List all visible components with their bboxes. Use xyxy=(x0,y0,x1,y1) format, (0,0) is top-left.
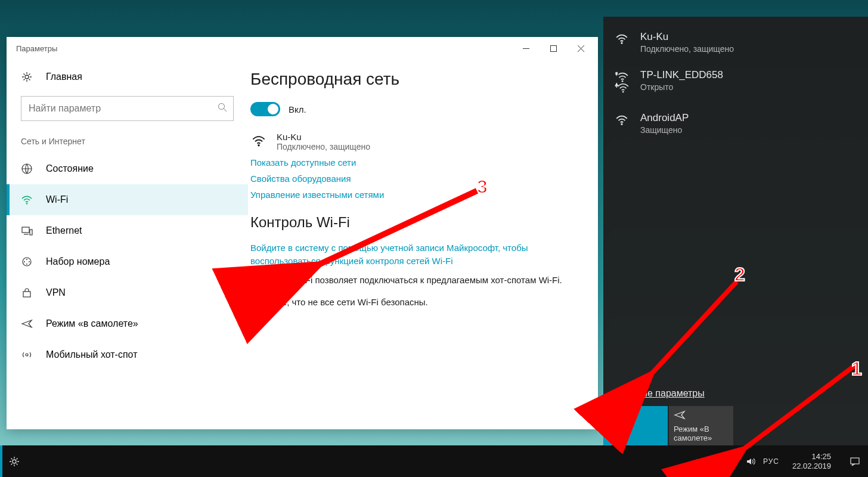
settings-sidebar: Главная Сеть и Интернет Состояние Wi-Fi … xyxy=(7,60,248,429)
sidebar-item-label: Набор номера xyxy=(46,256,110,267)
sidebar-item-label: Ethernet xyxy=(46,225,82,236)
battery-icon[interactable] xyxy=(709,456,720,467)
sidebar-item-label: VPN xyxy=(46,287,66,298)
tile-airplane[interactable]: Режим «В самолете» xyxy=(669,406,733,445)
svg-point-26 xyxy=(732,464,733,465)
svg-rect-0 xyxy=(550,46,556,52)
tile-wifi[interactable]: Wi-Fi xyxy=(603,406,668,445)
network-flyout: Ku-Ku Подключено, защищено TP-LINK_EDD65… xyxy=(603,17,868,445)
tray-overflow-icon[interactable] xyxy=(692,456,702,467)
tray-wifi-icon[interactable] xyxy=(727,456,738,467)
volume-icon[interactable] xyxy=(745,456,756,467)
language-indicator[interactable]: РУС xyxy=(763,457,779,466)
quick-action-tiles: Wi-Fi Режим «В самолете» xyxy=(603,406,868,445)
wifi-toggle[interactable] xyxy=(250,102,280,116)
link-manage-known[interactable]: Управление известными сетями xyxy=(250,190,569,200)
action-center-icon[interactable] xyxy=(844,445,866,477)
wifi-sense-desc1: Контроль Wi-Fi позволяет подключаться к … xyxy=(250,274,569,287)
vpn-icon xyxy=(21,287,34,299)
svg-point-9 xyxy=(24,261,25,262)
svg-point-1 xyxy=(25,75,29,79)
svg-point-22 xyxy=(13,460,16,463)
sidebar-item-label: Мобильный хот-спот xyxy=(46,349,137,360)
connected-network-status: Подключено, защищено xyxy=(277,142,370,151)
network-item[interactable]: TP-LINK_EDD658 Открыто xyxy=(603,61,868,104)
wifi-sense-desc2: Помните, что не все сети Wi-Fi безопасны… xyxy=(250,296,569,309)
clock-date: 22.02.2019 xyxy=(792,461,831,471)
tile-label: Wi-Fi xyxy=(608,433,663,443)
wifi-icon xyxy=(614,112,631,129)
network-status: Открыто xyxy=(640,82,723,92)
globe-icon xyxy=(21,163,34,175)
network-status: Подключено, защищено xyxy=(640,44,734,54)
settings-content: Беспроводная сеть Вкл. Ku-Ku Подключено,… xyxy=(248,60,598,429)
svg-rect-25 xyxy=(711,460,717,462)
svg-point-8 xyxy=(26,259,27,260)
minimize-button[interactable] xyxy=(512,39,540,58)
sidebar-item-label: Состояние xyxy=(46,163,94,174)
wifi-icon xyxy=(250,134,267,150)
annotation-number-2: 2 xyxy=(734,264,745,286)
settings-window: Параметры Главная Сеть и Интернет Состоя… xyxy=(7,37,598,429)
svg-rect-19 xyxy=(616,86,618,88)
network-name: TP-LINK_EDD658 xyxy=(640,69,723,81)
dialup-icon xyxy=(21,256,34,268)
network-item[interactable]: Ku-Ku Подключено, защищено xyxy=(603,23,868,61)
svg-rect-27 xyxy=(851,458,859,464)
svg-rect-5 xyxy=(22,227,29,233)
svg-rect-12 xyxy=(23,292,30,297)
gear-icon xyxy=(21,71,34,83)
search-icon xyxy=(218,103,227,114)
link-hardware-props[interactable]: Свойства оборудования xyxy=(250,174,569,184)
close-button[interactable] xyxy=(567,39,594,58)
system-tray: РУС 14:25 22.02.2019 xyxy=(692,445,868,477)
sidebar-item-vpn[interactable]: VPN xyxy=(7,277,248,308)
svg-point-10 xyxy=(29,261,30,262)
wifi-sense-heading: Контроль Wi-Fi xyxy=(250,214,569,231)
annotation-number-3: 3 xyxy=(477,176,488,198)
search-field[interactable] xyxy=(27,103,218,114)
sidebar-section-head: Сеть и Интернет xyxy=(7,134,248,153)
svg-point-20 xyxy=(621,123,622,125)
ethernet-icon xyxy=(21,225,34,237)
sidebar-home[interactable]: Главная xyxy=(7,67,248,91)
network-settings-link[interactable]: Сетевые параметры xyxy=(603,383,868,406)
svg-point-18 xyxy=(622,91,624,93)
wifi-open-icon xyxy=(614,69,631,97)
svg-point-15 xyxy=(621,42,622,44)
link-show-networks[interactable]: Показать доступные сети xyxy=(250,157,569,168)
tile-label: Режим «В самолете» xyxy=(674,425,728,443)
wifi-toggle-label: Вкл. xyxy=(289,104,306,114)
svg-point-14 xyxy=(258,144,259,146)
sidebar-item-label: Режим «в самолете» xyxy=(46,318,138,329)
search-input[interactable] xyxy=(21,96,234,121)
svg-point-2 xyxy=(219,104,225,110)
connected-network-name: Ku-Ku xyxy=(277,132,370,142)
svg-point-11 xyxy=(26,264,27,265)
window-title: Параметры xyxy=(16,44,57,53)
sidebar-item-wifi[interactable]: Wi-Fi xyxy=(7,184,248,215)
hotspot-icon xyxy=(21,349,34,361)
taskbar: РУС 14:25 22.02.2019 xyxy=(0,445,868,477)
sidebar-item-label: Wi-Fi xyxy=(46,194,68,205)
svg-point-13 xyxy=(26,354,28,356)
annotation-number-1: 1 xyxy=(851,358,862,380)
sidebar-item-status[interactable]: Состояние xyxy=(7,153,248,184)
sidebar-item-airplane[interactable]: Режим «в самолете» xyxy=(7,308,248,339)
svg-point-4 xyxy=(26,203,27,204)
link-signin-ms[interactable]: Войдите в систему с помощью учетной запи… xyxy=(250,241,569,268)
svg-point-21 xyxy=(613,418,615,420)
start-gear-icon[interactable] xyxy=(2,445,26,477)
sidebar-item-hotspot[interactable]: Мобильный хот-спот xyxy=(7,339,248,370)
sidebar-item-ethernet[interactable]: Ethernet xyxy=(7,215,248,246)
network-status: Защищено xyxy=(640,125,689,135)
clock[interactable]: 14:25 22.02.2019 xyxy=(786,452,837,470)
window-title-bar: Параметры xyxy=(7,37,598,60)
svg-rect-6 xyxy=(30,230,32,235)
clock-time: 14:25 xyxy=(792,452,831,461)
sidebar-item-dialup[interactable]: Набор номера xyxy=(7,246,248,277)
network-item[interactable]: AndroidAP Защищено xyxy=(603,104,868,142)
airplane-icon xyxy=(21,318,34,330)
maximize-button[interactable] xyxy=(540,39,567,58)
network-name: Ku-Ku xyxy=(640,31,734,43)
